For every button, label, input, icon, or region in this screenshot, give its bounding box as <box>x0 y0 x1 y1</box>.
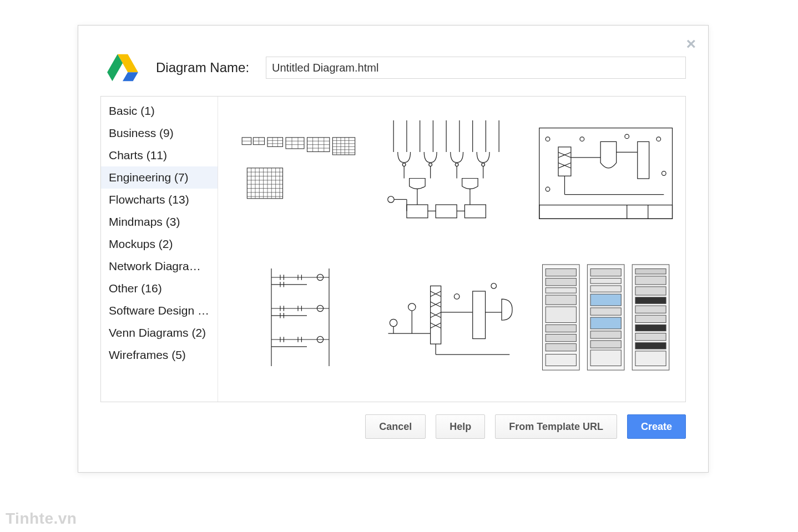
svg-point-138 <box>408 303 416 310</box>
new-diagram-dialog: × Diagram Name: Basic (1)Business (9)Cha… <box>78 25 709 473</box>
diagram-name-label: Diagram Name: <box>156 60 249 75</box>
svg-rect-157 <box>590 268 621 276</box>
svg-rect-172 <box>635 315 666 322</box>
logic-circuit-icon <box>383 120 520 228</box>
template-grids[interactable] <box>229 113 366 235</box>
close-icon[interactable]: × <box>686 36 696 52</box>
google-drive-icon <box>106 53 139 82</box>
svg-rect-149 <box>546 288 576 293</box>
category-item[interactable]: Software Design (… <box>101 300 218 322</box>
template-logic-circuit[interactable] <box>383 113 520 235</box>
svg-rect-72 <box>465 205 486 218</box>
from-template-url-button[interactable]: From Template URL <box>495 414 617 439</box>
svg-point-92 <box>546 136 550 141</box>
svg-point-96 <box>546 187 550 191</box>
svg-point-63 <box>482 163 485 166</box>
category-item[interactable]: Basic (1) <box>101 100 218 122</box>
template-piping[interactable] <box>383 257 520 379</box>
svg-point-95 <box>656 136 661 141</box>
svg-point-93 <box>580 136 584 141</box>
svg-rect-153 <box>546 334 576 341</box>
category-item[interactable]: Venn Diagrams (2) <box>101 322 218 344</box>
svg-rect-87 <box>637 141 649 179</box>
svg-rect-162 <box>590 317 621 329</box>
template-gallery[interactable] <box>218 97 685 402</box>
svg-rect-160 <box>590 294 621 306</box>
svg-rect-134 <box>473 291 486 338</box>
ladder-logic-icon <box>254 262 342 375</box>
svg-rect-171 <box>635 306 666 313</box>
dialog-body: Basic (1)Business (9)Charts (11)Engineer… <box>100 96 686 402</box>
svg-rect-173 <box>635 325 666 331</box>
svg-rect-6 <box>286 138 304 149</box>
svg-rect-167 <box>635 268 666 274</box>
svg-rect-175 <box>635 343 666 349</box>
svg-point-136 <box>390 319 397 326</box>
svg-rect-5 <box>267 138 283 147</box>
category-item[interactable]: Business (9) <box>101 122 218 144</box>
svg-point-97 <box>661 171 666 175</box>
category-item[interactable]: Charts (11) <box>101 144 218 166</box>
svg-rect-70 <box>407 205 428 218</box>
svg-rect-155 <box>546 354 576 366</box>
category-item[interactable]: Mockups (2) <box>101 233 218 255</box>
diagram-name-input[interactable] <box>266 57 686 79</box>
svg-rect-163 <box>590 331 621 338</box>
template-server-racks[interactable] <box>537 257 674 379</box>
help-button[interactable]: Help <box>436 414 485 439</box>
svg-rect-148 <box>546 278 576 286</box>
category-item[interactable]: Wireframes (5) <box>101 344 218 366</box>
category-item[interactable]: Network Diagram… <box>101 255 218 277</box>
svg-rect-170 <box>635 297 666 303</box>
svg-point-145 <box>491 283 497 288</box>
grids-icon <box>237 126 359 222</box>
category-item[interactable]: Other (16) <box>101 277 218 300</box>
svg-rect-176 <box>635 351 666 366</box>
svg-rect-147 <box>546 268 576 276</box>
svg-rect-169 <box>635 287 666 295</box>
svg-point-75 <box>388 196 394 202</box>
create-button[interactable]: Create <box>627 414 686 439</box>
svg-point-94 <box>625 134 629 139</box>
svg-rect-164 <box>590 341 621 348</box>
svg-point-61 <box>429 163 432 166</box>
svg-rect-151 <box>546 307 576 323</box>
svg-point-144 <box>454 293 460 299</box>
server-racks-icon <box>537 259 674 378</box>
svg-rect-158 <box>590 278 621 284</box>
cancel-button[interactable]: Cancel <box>365 414 426 439</box>
svg-rect-152 <box>546 325 576 332</box>
template-gallery-wrap <box>218 97 685 402</box>
category-item[interactable]: Mindmaps (3) <box>101 211 218 233</box>
process-plant-icon <box>537 125 674 224</box>
svg-rect-174 <box>635 333 666 341</box>
svg-rect-9 <box>247 168 282 199</box>
svg-rect-71 <box>436 205 457 218</box>
svg-rect-8 <box>332 138 355 155</box>
svg-rect-161 <box>590 308 621 315</box>
svg-rect-82 <box>558 146 571 175</box>
watermark-text: Tinhte.vn <box>6 510 77 528</box>
svg-point-60 <box>403 163 406 166</box>
category-sidebar: Basic (1)Business (9)Charts (11)Engineer… <box>101 97 218 402</box>
category-item[interactable]: Engineering (7) <box>101 166 218 189</box>
category-item[interactable]: Flowcharts (13) <box>101 189 218 211</box>
svg-rect-79 <box>539 205 672 219</box>
svg-marker-1 <box>123 72 138 81</box>
svg-rect-165 <box>590 350 621 366</box>
svg-rect-150 <box>546 295 576 305</box>
template-ladder-logic[interactable] <box>229 257 366 379</box>
piping-icon <box>383 269 520 368</box>
svg-rect-154 <box>546 344 576 351</box>
dialog-footer: Cancel Help From Template URL Create <box>78 402 708 439</box>
dialog-header: Diagram Name: <box>78 26 708 96</box>
svg-rect-168 <box>635 276 666 285</box>
svg-rect-159 <box>590 286 621 292</box>
template-process-plant[interactable] <box>537 113 674 235</box>
svg-point-62 <box>456 163 459 166</box>
